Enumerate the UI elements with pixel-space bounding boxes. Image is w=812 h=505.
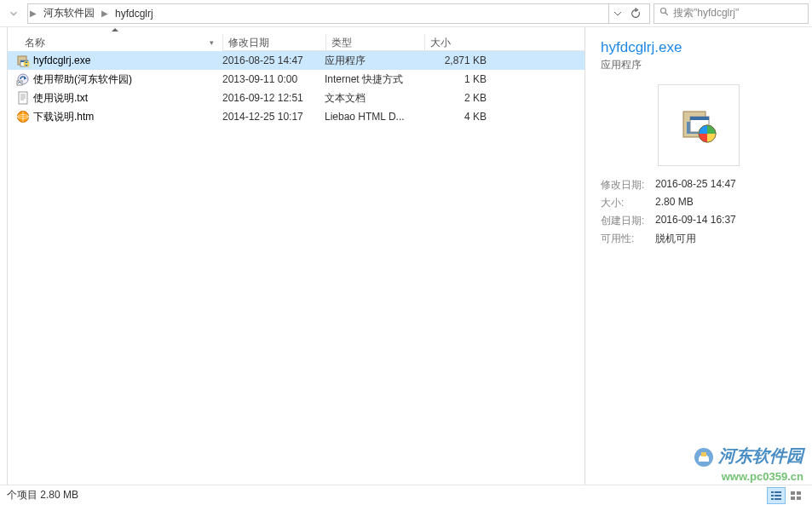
status-bar: 个项目 2.80 MB: [0, 485, 812, 505]
preview-meta-row: 创建日期:2016-09-14 16:37: [601, 212, 797, 230]
meta-label: 可用性:: [601, 232, 654, 246]
column-header-name[interactable]: 名称 ▾: [8, 34, 222, 51]
meta-value: 2.80 MB: [655, 196, 694, 210]
watermark: 河东软件园 www.pc0359.cn: [694, 445, 803, 483]
watermark-text: 河东软件园: [718, 446, 803, 465]
preview-meta-row: 可用性:脱机可用: [601, 230, 797, 248]
shortcut-icon: [16, 72, 30, 86]
file-date: 2014-12-25 10:17: [222, 111, 325, 123]
chevron-right-icon[interactable]: ▶: [28, 9, 38, 18]
preview-filename: hyfdcglrj.exe: [601, 39, 797, 56]
preview-meta-row: 修改日期:2016-08-25 14:47: [601, 176, 797, 194]
file-name: 使用说明.txt: [33, 91, 88, 106]
sort-ascending-icon: [112, 28, 118, 32]
search-input[interactable]: 搜索"hyfdcglrj": [654, 3, 809, 24]
refresh-button[interactable]: [625, 3, 646, 24]
file-row[interactable]: 使用说明.txt2016-09-12 12:51文本文档2 KB: [8, 89, 585, 107]
meta-label: 大小:: [601, 196, 654, 210]
svg-rect-18: [771, 491, 774, 493]
watermark-url: www.pc0359.cn: [694, 470, 803, 483]
file-row[interactable]: 下载说明.htm2014-12-25 10:17Liebao HTML D...…: [8, 107, 585, 126]
svg-rect-29: [701, 452, 706, 456]
svg-point-0: [661, 9, 666, 14]
file-name: 下载说明.htm: [33, 110, 94, 124]
txt-icon: [16, 91, 30, 105]
breadcrumb-item-0[interactable]: 河东软件园: [38, 4, 100, 23]
breadcrumb-bar[interactable]: ▶ 河东软件园 ▶ hyfdcglrj: [27, 3, 650, 24]
pane-splitter[interactable]: [5, 27, 9, 485]
address-toolbar: ▶ 河东软件园 ▶ hyfdcglrj 搜索"hyfdcglrj": [0, 0, 812, 27]
file-type: 文本文档: [325, 91, 423, 106]
svg-rect-23: [775, 498, 781, 500]
file-type: Liebao HTML D...: [325, 111, 423, 123]
file-date: 2013-09-11 0:00: [222, 73, 325, 85]
preview-meta-row: 大小:2.80 MB: [601, 194, 797, 212]
file-type: Internet 快捷方式: [325, 72, 423, 87]
svg-rect-27: [797, 496, 801, 500]
meta-value: 脱机可用: [655, 232, 696, 246]
file-size: 2 KB: [423, 92, 495, 104]
file-date: 2016-08-25 14:47: [222, 55, 325, 66]
file-row[interactable]: hyfdcglrj.exe2016-08-25 14:47应用程序2,871 K…: [8, 51, 585, 70]
preview-thumbnail: [658, 84, 740, 166]
view-icons-button[interactable]: [786, 487, 805, 504]
svg-rect-24: [791, 491, 795, 495]
svg-rect-19: [775, 491, 781, 493]
htm-icon: [16, 110, 30, 123]
file-row[interactable]: 使用帮助(河东软件园)2013-09-11 0:00Internet 快捷方式1…: [8, 70, 585, 89]
file-name: hyfdcglrj.exe: [33, 55, 90, 66]
svg-rect-21: [775, 495, 781, 496]
svg-rect-20: [771, 495, 774, 496]
column-header-date[interactable]: 修改日期: [223, 34, 325, 51]
meta-value: 2016-09-14 16:37: [655, 214, 736, 228]
file-type: 应用程序: [325, 54, 423, 68]
installer-icon: [16, 54, 30, 67]
column-header-type[interactable]: 类型: [326, 34, 424, 51]
status-text: 个项目 2.80 MB: [7, 488, 78, 502]
view-details-button[interactable]: [767, 487, 786, 504]
file-size: 1 KB: [423, 73, 495, 85]
meta-label: 修改日期:: [601, 178, 654, 192]
column-header-size[interactable]: 大小: [425, 34, 498, 51]
file-date: 2016-09-12 12:51: [222, 92, 325, 104]
breadcrumb-dropdown[interactable]: [608, 4, 625, 23]
file-size: 2,871 KB: [423, 55, 495, 66]
file-size: 4 KB: [423, 111, 495, 123]
details-pane: hyfdcglrj.exe 应用程序: [585, 27, 812, 485]
svg-rect-25: [797, 491, 801, 495]
column-headers: 名称 ▾ 修改日期 类型 大小: [8, 27, 585, 51]
chevron-right-icon[interactable]: ▶: [100, 9, 110, 18]
nav-pane-collapsed: [0, 27, 8, 485]
history-dropdown[interactable]: [3, 3, 24, 24]
meta-label: 创建日期:: [601, 214, 654, 228]
watermark-logo-icon: [694, 447, 714, 470]
file-list-pane: 名称 ▾ 修改日期 类型 大小 hyfdcglrj.exe2016-08-25 …: [8, 27, 585, 485]
search-placeholder: 搜索"hyfdcglrj": [673, 6, 803, 20]
svg-rect-22: [771, 498, 774, 500]
svg-rect-13: [690, 117, 709, 120]
preview-filetype: 应用程序: [601, 58, 797, 72]
preview-meta: 修改日期:2016-08-25 14:47大小:2.80 MB创建日期:2016…: [601, 176, 797, 248]
search-icon: [659, 7, 670, 20]
breadcrumb-item-1[interactable]: hyfdcglrj: [110, 4, 158, 23]
file-rows: hyfdcglrj.exe2016-08-25 14:47应用程序2,871 K…: [8, 51, 585, 485]
meta-value: 2016-08-25 14:47: [655, 178, 736, 192]
svg-rect-26: [791, 496, 795, 500]
file-name: 使用帮助(河东软件园): [33, 72, 132, 87]
